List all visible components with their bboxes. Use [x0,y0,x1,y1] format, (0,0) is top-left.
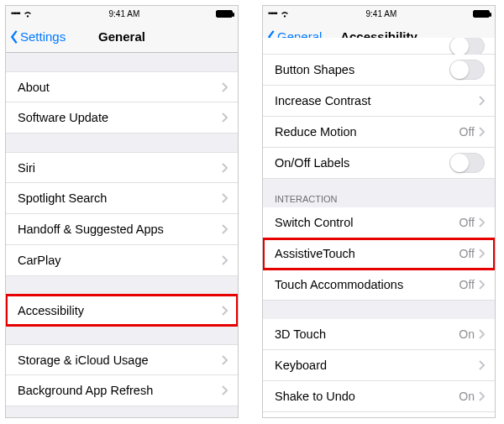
row-increase-contrast[interactable]: Increase Contrast [263,86,495,117]
chevron-right-icon [221,355,228,365]
chevron-right-icon [221,306,228,316]
row-assistivetouch[interactable]: AssistiveTouch Off [263,238,495,270]
row-storage-icloud[interactable]: Storage & iCloud Usage [6,344,238,375]
chevron-right-icon [478,391,485,401]
back-button[interactable]: Settings [9,29,66,44]
row-carplay[interactable]: CarPlay [6,245,238,276]
status-bar: ••••• 9:41 AM [263,6,495,21]
row-touch-accommodations[interactable]: Touch Accommodations Off [263,270,495,301]
status-time: 9:41 AM [109,9,140,18]
chevron-right-icon [221,224,228,234]
signal-dots: ••••• [11,9,20,18]
chevron-right-icon [221,113,228,123]
chevron-right-icon [478,96,485,106]
chevron-right-icon [221,255,228,265]
left-phone-general-settings: ••••• 9:41 AM Settings General About Sof… [5,5,239,418]
signal-dots: ••••• [268,9,277,18]
row-partial-top[interactable] [263,38,495,55]
row-handoff[interactable]: Handoff & Suggested Apps [6,214,238,245]
row-keyboard[interactable]: Keyboard [263,350,495,381]
row-reduce-motion[interactable]: Reduce Motion Off [263,117,495,148]
row-switch-control[interactable]: Switch Control Off [263,207,495,238]
row-software-update[interactable]: Software Update [6,102,238,133]
row-onoff-labels[interactable]: On/Off Labels [263,148,495,179]
chevron-right-icon [221,385,228,395]
chevron-right-icon [221,163,228,173]
chevron-right-icon [221,82,228,92]
settings-list[interactable]: About Software Update Siri Spotlight Sea… [6,53,238,417]
toggle-button-shapes[interactable] [449,60,485,80]
toggle[interactable] [449,38,485,56]
row-3d-touch[interactable]: 3D Touch On [263,319,495,350]
chevron-right-icon [478,217,485,228]
chevron-right-icon [478,249,485,259]
settings-list[interactable]: Button Shapes Increase Contrast Reduce M… [263,38,495,417]
wifi-icon [23,10,33,18]
battery-icon [216,10,233,18]
row-spotlight-search[interactable]: Spotlight Search [6,183,238,214]
back-label: Settings [20,29,66,44]
status-time: 9:41 AM [366,9,397,18]
nav-bar: Settings General [6,21,238,53]
chevron-right-icon [478,127,485,137]
row-siri[interactable]: Siri [6,152,238,183]
chevron-right-icon [478,329,485,339]
toggle-onoff-labels[interactable] [449,153,485,173]
row-button-shapes[interactable]: Button Shapes [263,55,495,86]
chevron-right-icon [478,360,485,370]
row-accessibility[interactable]: Accessibility [6,295,238,326]
chevron-right-icon [478,280,485,290]
row-about[interactable]: About [6,71,238,102]
battery-icon [473,10,490,18]
chevron-right-icon [221,193,228,203]
right-phone-accessibility-settings: ••••• 9:41 AM General Accessibility Butt… [262,5,496,418]
wifi-icon [280,10,290,18]
row-shake-to-undo[interactable]: Shake to Undo On [263,381,495,412]
row-vibration[interactable]: Vibration On [263,412,495,417]
status-bar: ••••• 9:41 AM [6,6,238,21]
section-header-interaction: INTERACTION [263,191,495,207]
row-background-app-refresh[interactable]: Background App Refresh [6,375,238,406]
chevron-left-icon [9,29,19,44]
